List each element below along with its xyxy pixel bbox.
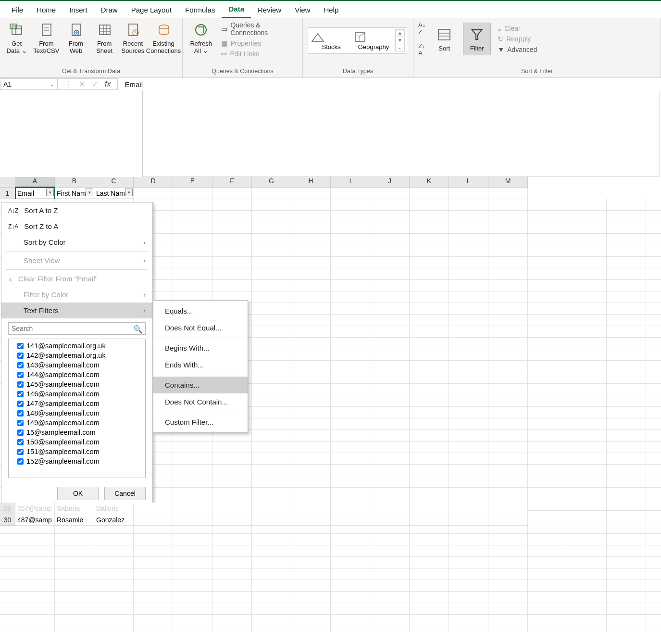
autofilter-menu: A↓ZSort A to Z Z↓ASort Z to A Sort by Co… xyxy=(1,202,153,505)
filter-ends-with[interactable]: Ends With... xyxy=(153,356,248,373)
cell-B1[interactable]: First Nam ▾ xyxy=(55,188,94,199)
cell-A1[interactable]: Email ▾ xyxy=(15,188,55,199)
column-header-C[interactable]: C xyxy=(94,177,134,188)
tab-formulas[interactable]: Formulas xyxy=(178,2,222,18)
name-box[interactable]: A1⌄ xyxy=(0,78,58,90)
tab-review[interactable]: Review xyxy=(251,2,288,18)
column-header-G[interactable]: G xyxy=(252,177,291,188)
from-textcsv-button[interactable]: FromText/CSV xyxy=(33,21,59,55)
filter-dropdown-icon[interactable]: ▾ xyxy=(86,189,93,196)
column-header-K[interactable]: K xyxy=(410,177,449,188)
filter-value-item[interactable]: 141@sampleemail.org.uk xyxy=(11,341,143,351)
filter-not-contain[interactable]: Does Not Contain... xyxy=(153,393,248,410)
filter-value-item[interactable]: 15@sampleemail.com xyxy=(11,428,143,437)
formula-bar-value[interactable]: Email xyxy=(118,80,143,88)
cell-C1[interactable]: Last Nam ▾ xyxy=(94,188,134,199)
filter-value-checkbox[interactable] xyxy=(17,439,24,445)
advanced-filter-button[interactable]: ▼Advanced xyxy=(498,46,537,53)
sort-asc-icon[interactable]: A↓Z xyxy=(418,21,425,36)
table-row[interactable]: 29357@sampSabrinaDallons xyxy=(0,503,528,514)
filter-value-checkbox[interactable] xyxy=(17,372,24,378)
column-header-E[interactable]: E xyxy=(173,177,212,188)
data-types-spinner[interactable]: ▲▼⌄ xyxy=(395,30,405,51)
filter-dropdown-icon[interactable]: ▾ xyxy=(46,189,54,196)
filter-values-list[interactable]: 141@sampleemail.org.uk142@sampleemail.or… xyxy=(8,339,146,478)
data-types-gallery[interactable]: Stocks Geography ▲▼⌄ xyxy=(308,27,407,54)
column-header-H[interactable]: H xyxy=(291,177,331,188)
filter-value-item[interactable]: 152@sampleemail.com xyxy=(11,456,143,466)
more-icon[interactable]: ⋮ xyxy=(64,80,72,89)
column-header-M[interactable]: M xyxy=(488,177,528,188)
chevron-right-icon: › xyxy=(143,306,146,315)
filter-value-checkbox[interactable] xyxy=(17,391,24,397)
table-row[interactable]: 30487@sampRosamieGonzalez xyxy=(0,514,528,526)
refresh-all-button[interactable]: RefreshAll ⌄ xyxy=(187,21,214,55)
group-label: Sort & Filter xyxy=(418,68,656,76)
sort-z-to-a[interactable]: Z↓ASort Z to A xyxy=(1,218,152,234)
filter-value-item[interactable]: 143@sampleemail.com xyxy=(11,360,143,370)
filter-button[interactable]: Filter xyxy=(463,23,491,56)
filter-value-checkbox[interactable] xyxy=(17,410,24,417)
ok-button[interactable]: OK xyxy=(57,487,99,500)
cancel-formula-icon[interactable]: ✕ xyxy=(79,80,85,89)
get-data-button[interactable]: GetData ⌄ xyxy=(5,21,28,55)
filter-value-checkbox[interactable] xyxy=(17,420,24,426)
column-header-A[interactable]: A xyxy=(15,177,55,188)
filter-value-checkbox[interactable] xyxy=(17,429,24,436)
tab-insert[interactable]: Insert xyxy=(62,2,94,18)
select-all-corner[interactable] xyxy=(0,177,15,188)
column-header-I[interactable]: I xyxy=(331,177,370,188)
filter-equals[interactable]: Equals... xyxy=(153,303,248,319)
svg-rect-8 xyxy=(100,25,110,35)
filter-value-item[interactable]: 151@sampleemail.com xyxy=(11,447,143,456)
tab-view[interactable]: View xyxy=(288,2,317,18)
column-header-B[interactable]: B xyxy=(55,177,94,188)
filter-value-item[interactable]: 149@sampleemail.com xyxy=(11,418,143,428)
text-filters[interactable]: Text Filters› xyxy=(1,303,152,318)
filter-dropdown-icon[interactable]: ▾ xyxy=(125,189,133,196)
filter-value-checkbox[interactable] xyxy=(17,449,24,455)
filter-begins-with[interactable]: Begins With... xyxy=(153,340,248,356)
recent-sources-button[interactable]: RecentSources xyxy=(121,21,145,55)
filter-value-checkbox[interactable] xyxy=(17,343,24,349)
accept-formula-icon[interactable]: ✓ xyxy=(92,80,98,89)
sort-desc-icon[interactable]: Z↓A xyxy=(418,42,425,57)
tab-file[interactable]: File xyxy=(5,2,30,18)
sort-a-to-z[interactable]: A↓ZSort A to Z xyxy=(1,202,152,218)
column-header-F[interactable]: F xyxy=(212,177,252,188)
existing-connections-button[interactable]: ExistingConnections xyxy=(150,21,177,55)
filter-custom[interactable]: Custom Filter... xyxy=(153,414,248,430)
filter-contains[interactable]: Contains... xyxy=(153,377,248,393)
queries-connections-button[interactable]: ▭Queries & Connections xyxy=(221,21,298,37)
filter-value-checkbox[interactable] xyxy=(17,362,24,368)
filter-value-item[interactable]: 146@sampleemail.com xyxy=(11,389,143,399)
filter-value-item[interactable]: 147@sampleemail.com xyxy=(11,399,143,408)
filter-value-item[interactable]: 150@sampleemail.com xyxy=(11,437,143,447)
tab-help[interactable]: Help xyxy=(317,2,345,18)
tab-draw[interactable]: Draw xyxy=(94,2,125,18)
filter-value-checkbox[interactable] xyxy=(17,401,24,407)
filter-value-checkbox[interactable] xyxy=(17,353,24,359)
formula-bar-expanded[interactable] xyxy=(142,90,660,177)
tab-data[interactable]: Data xyxy=(222,1,251,18)
filter-value-item[interactable]: 142@sampleemail.org.uk xyxy=(11,351,143,360)
fx-icon[interactable]: fx xyxy=(105,80,111,88)
column-header-J[interactable]: J xyxy=(370,177,410,188)
from-web-button[interactable]: FromWeb xyxy=(64,21,87,55)
sort-by-color[interactable]: Sort by Color› xyxy=(1,234,152,250)
cancel-button[interactable]: Cancel xyxy=(104,487,146,500)
tab-home[interactable]: Home xyxy=(30,2,62,18)
filter-search-input[interactable] xyxy=(8,322,146,335)
filter-value-checkbox[interactable] xyxy=(17,381,24,388)
from-sheet-button[interactable]: FromSheet xyxy=(93,21,116,55)
filter-value-item[interactable]: 144@sampleemail.com xyxy=(11,370,143,379)
filter-value-checkbox[interactable] xyxy=(17,458,24,465)
sort-button[interactable]: Sort xyxy=(430,26,458,52)
row-header[interactable]: 1 xyxy=(0,188,15,199)
column-header-D[interactable]: D xyxy=(134,177,173,188)
filter-value-item[interactable]: 148@sampleemail.com xyxy=(11,408,143,418)
filter-value-item[interactable]: 145@sampleemail.com xyxy=(11,379,143,389)
tab-page-layout[interactable]: Page Layout xyxy=(125,2,178,18)
column-header-L[interactable]: L xyxy=(449,177,488,188)
filter-not-equal[interactable]: Does Not Equal... xyxy=(153,319,248,336)
